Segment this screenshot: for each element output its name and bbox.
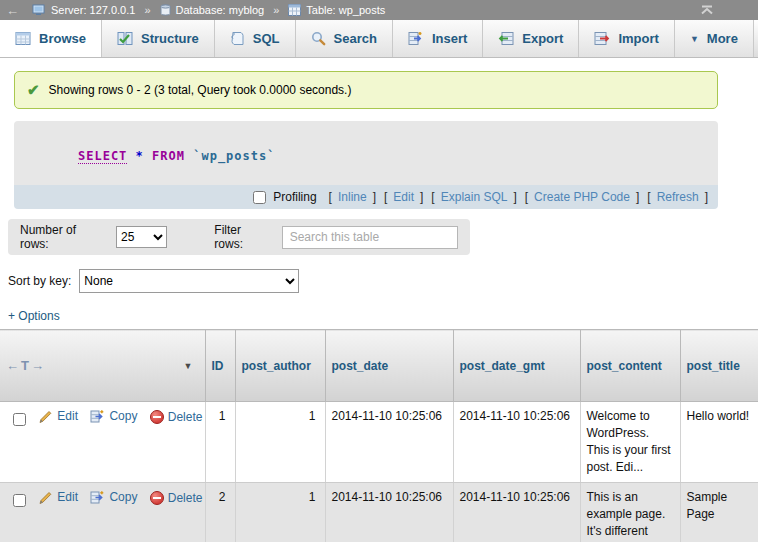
sql-keyword-select[interactable]: SELECT: [78, 149, 127, 164]
search-icon: [311, 31, 326, 46]
query-box: SELECT * FROM `wp_posts` Profiling [ Inl…: [14, 121, 718, 209]
cell-post-content: Welcome to WordPress. This is your first…: [580, 402, 680, 483]
column-picker-header[interactable]: ←T→ ▼: [0, 330, 205, 402]
delete-row-link[interactable]: Delete: [150, 409, 203, 426]
status-message-text: Showing rows 0 - 2 (3 total, Query took …: [49, 83, 352, 97]
breadcrumb-separator: »: [273, 4, 279, 16]
cell-post-title: Sample Page: [680, 483, 758, 542]
delete-row-link[interactable]: Delete: [150, 490, 203, 507]
browse-icon: [15, 31, 31, 46]
tab-label: Browse: [39, 31, 86, 46]
column-header-post-date-gmt[interactable]: post_date_gmt: [453, 330, 580, 402]
collapse-icon[interactable]: [700, 5, 714, 15]
column-header-post-date[interactable]: post_date: [325, 330, 453, 402]
filter-rows-input[interactable]: [282, 226, 458, 249]
server-icon: [32, 4, 46, 16]
tab-label: Search: [334, 31, 377, 46]
column-header-id[interactable]: ID: [205, 330, 235, 402]
breadcrumb-bar: ← Server: 127.0.0.1 » Database: myblog »…: [0, 0, 758, 20]
pencil-icon: [38, 409, 53, 424]
sql-star: *: [136, 149, 144, 163]
structure-icon: [117, 31, 133, 46]
cell-post-date: 2014-11-10 10:25:06: [325, 402, 453, 483]
pencil-icon: [38, 490, 53, 505]
success-check-icon: ✔: [27, 81, 40, 99]
chevron-down-icon: ▼: [690, 34, 699, 44]
breadcrumb-separator: »: [144, 4, 150, 16]
copy-row-link[interactable]: Copy: [90, 489, 137, 506]
profiling-label: Profiling: [273, 190, 316, 204]
delete-icon: [150, 491, 164, 505]
explain-sql-link[interactable]: Explain SQL: [441, 190, 508, 204]
edit-row-link[interactable]: Edit: [38, 489, 78, 506]
copy-icon: [90, 490, 105, 505]
sql-query: SELECT * FROM `wp_posts`: [14, 121, 718, 185]
edit-query-link[interactable]: Edit: [393, 190, 414, 204]
row-checkbox[interactable]: [13, 413, 26, 426]
filter-rows-label: Filter rows:: [214, 223, 271, 251]
table-tabs: Browse Structure SQL Search Insert Expor…: [0, 20, 758, 58]
tab-label: Insert: [432, 31, 467, 46]
tab-insert[interactable]: Insert: [393, 20, 483, 57]
number-of-rows-label: Number of rows:: [20, 223, 106, 251]
sort-by-key-select[interactable]: None: [79, 269, 299, 293]
results-header-row: ←T→ ▼ ID post_author post_date post_date…: [0, 330, 758, 402]
refresh-link[interactable]: Refresh: [657, 190, 699, 204]
tab-structure[interactable]: Structure: [102, 20, 215, 57]
edit-row-link[interactable]: Edit: [38, 408, 78, 425]
delete-icon: [150, 410, 164, 424]
export-icon: [498, 31, 514, 46]
options-toggle-link[interactable]: + Options: [8, 309, 60, 323]
tab-sql[interactable]: SQL: [215, 20, 296, 57]
insert-icon: [408, 31, 424, 46]
table-row: Edit Copy Delete 1 1 2014-11-10 10:25:06: [0, 402, 758, 483]
tab-label: Structure: [141, 31, 199, 46]
tab-import[interactable]: Import: [579, 20, 674, 57]
cell-id: 1: [205, 402, 235, 483]
cell-post-date: 2014-11-10 10:25:06: [325, 483, 453, 542]
table-row: Edit Copy Delete 2 1 2014-11-10 10:25:06: [0, 483, 758, 542]
sort-by-key-label: Sort by key:: [8, 274, 71, 288]
database-icon: [160, 4, 171, 16]
cell-post-date-gmt: 2014-11-10 10:25:06: [453, 483, 580, 542]
tab-more[interactable]: ▼ More: [675, 20, 754, 57]
copy-row-link[interactable]: Copy: [90, 408, 137, 425]
cell-post-author: 1: [235, 483, 325, 542]
table-icon: [288, 4, 301, 16]
query-toolbar: Profiling [ Inline ] [ Edit ] [ Explain …: [14, 185, 718, 209]
column-picker-icon[interactable]: ←T→: [6, 358, 46, 373]
sql-table-identifier: `wp_posts`: [193, 149, 275, 163]
tab-browse[interactable]: Browse: [0, 20, 102, 57]
sql-icon: [230, 31, 245, 46]
sql-keyword-from: FROM: [152, 149, 185, 163]
rows-filter-bar: Number of rows: 25 Filter rows:: [8, 219, 470, 255]
status-message: ✔ Showing rows 0 - 2 (3 total, Query too…: [14, 71, 718, 109]
tab-search[interactable]: Search: [296, 20, 393, 57]
cell-post-content: This is an example page. It's different …: [580, 483, 680, 542]
back-arrow-icon[interactable]: ←: [6, 3, 32, 18]
column-header-post-title[interactable]: post_title: [680, 330, 758, 402]
create-php-code-link[interactable]: Create PHP Code: [534, 190, 630, 204]
tab-label: Export: [522, 31, 563, 46]
inline-link[interactable]: Inline: [338, 190, 367, 204]
tab-label: SQL: [253, 31, 280, 46]
sort-bar: Sort by key: None: [8, 269, 758, 293]
column-header-post-author[interactable]: post_author: [235, 330, 325, 402]
cell-post-date-gmt: 2014-11-10 10:25:06: [453, 402, 580, 483]
cell-id: 2: [205, 483, 235, 542]
cell-post-title: Hello world!: [680, 402, 758, 483]
import-icon: [594, 31, 610, 46]
breadcrumb-table: Table: wp_posts: [306, 4, 385, 16]
tab-label: More: [707, 31, 738, 46]
results-table: ←T→ ▼ ID post_author post_date post_date…: [0, 329, 758, 542]
sort-arrow-icon[interactable]: ▼: [184, 361, 193, 371]
copy-icon: [90, 409, 105, 424]
number-of-rows-select[interactable]: 25: [116, 226, 167, 248]
profiling-checkbox[interactable]: [253, 191, 266, 204]
breadcrumb-server[interactable]: Server: 127.0.0.1: [51, 4, 135, 16]
tab-label: Import: [618, 31, 658, 46]
tab-export[interactable]: Export: [483, 20, 579, 57]
breadcrumb-database[interactable]: Database: myblog: [176, 4, 265, 16]
row-checkbox[interactable]: [13, 494, 26, 507]
column-header-post-content[interactable]: post_content: [580, 330, 680, 402]
